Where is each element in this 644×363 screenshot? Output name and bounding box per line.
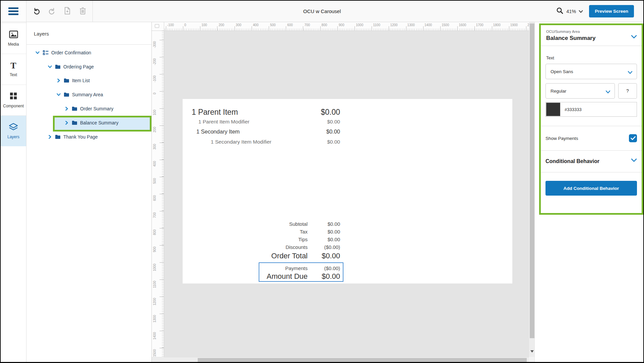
font-family-dropdown[interactable]: Open Sans xyxy=(545,64,637,79)
ruler-tick xyxy=(235,26,235,31)
ruler-tick xyxy=(159,57,164,57)
ruler-tick xyxy=(389,26,389,31)
folder-icon xyxy=(55,64,61,69)
ruler-label: 1000 xyxy=(153,264,156,271)
layer-label: Item List xyxy=(72,78,90,83)
ruler-label: 800 xyxy=(153,229,156,235)
ruler-tick xyxy=(159,194,164,194)
add-conditional-behavior-button[interactable]: Add Conditional Behavior xyxy=(545,181,637,196)
chevron-right-icon[interactable] xyxy=(48,135,52,139)
order-item-row[interactable]: 1 Parent Item Modifier$0.00 xyxy=(183,119,512,125)
ruler-tick xyxy=(286,26,286,31)
chevron-down-icon[interactable] xyxy=(48,64,52,69)
chevron-right-icon[interactable] xyxy=(64,120,69,125)
ruler-label: 1200 xyxy=(390,23,397,27)
collapse-chevron-icon[interactable] xyxy=(631,157,637,163)
hamburger-menu-button[interactable] xyxy=(1,1,26,22)
scroll-down-arrow-icon[interactable] xyxy=(530,350,534,353)
preview-screen-button[interactable]: Preview Screen xyxy=(589,5,634,17)
ruler-label: 1300 xyxy=(153,315,156,322)
item-name: 1 Parent Item xyxy=(192,108,238,116)
horizontal-scrollbar xyxy=(152,357,529,362)
ruler-tick xyxy=(159,331,164,331)
sidebar-item-layers[interactable]: Layers xyxy=(1,115,26,146)
summary-value: $0.00 xyxy=(327,229,340,235)
ruler-tick xyxy=(159,108,164,109)
order-item-row[interactable]: 1 Secondary Item$0.00 xyxy=(183,128,512,135)
ruler-tick xyxy=(269,26,269,31)
ruler-label: 1100 xyxy=(153,281,156,288)
layer-row-item-list[interactable]: Item List xyxy=(56,74,90,87)
ruler-tick xyxy=(474,26,475,31)
ruler-corner xyxy=(152,22,164,31)
sidebar-item-text[interactable]: TText xyxy=(1,54,26,85)
sidebar-item-label: Component xyxy=(3,104,24,108)
summary-label: Subtotal xyxy=(289,221,308,227)
ruler-label: 600 xyxy=(153,195,156,201)
order-item-row[interactable]: 1 Secondary Item Modifier$0.00 xyxy=(183,139,512,145)
layer-row-thank-you-page[interactable]: Thank You Page xyxy=(48,131,98,143)
layer-row-ordering-page[interactable]: Ordering Page xyxy=(48,61,94,73)
layer-row-balance-summary[interactable]: Balance Summary xyxy=(64,117,118,129)
ruler-tick xyxy=(526,26,526,31)
component-icon xyxy=(9,92,17,101)
ruler-label: 1700 xyxy=(476,23,483,27)
chevron-down-icon xyxy=(579,8,583,14)
sidebar-item-label: Media xyxy=(8,42,19,47)
conditional-behavior-header: Conditional Behavior xyxy=(541,151,642,172)
zoom-level: 41% xyxy=(566,9,576,14)
folder-icon xyxy=(72,106,77,111)
layer-label: Order Summary xyxy=(80,106,114,111)
ruler-tick xyxy=(217,26,217,31)
item-price: $0.00 xyxy=(321,108,340,117)
show-payments-checkbox[interactable] xyxy=(629,134,637,142)
ruler-corner-icon xyxy=(155,24,159,28)
chevron-down-icon[interactable] xyxy=(35,50,40,55)
summary-label: Tax xyxy=(300,229,308,235)
summary-value: $0.00 xyxy=(327,237,340,242)
sidebar-item-label: Layers xyxy=(7,135,19,139)
sidebar-item-media[interactable]: Media xyxy=(1,23,26,54)
redo-button[interactable] xyxy=(46,5,58,18)
sidebar-item-component[interactable]: Component xyxy=(1,85,26,115)
ruler-label: 1000 xyxy=(356,23,363,27)
chevron-down-icon[interactable] xyxy=(56,92,61,97)
ruler-tick xyxy=(159,91,164,92)
font-weight-value: Regular xyxy=(551,89,566,94)
undo-button[interactable] xyxy=(30,5,43,18)
ruler-tick xyxy=(509,26,509,31)
chevron-right-icon[interactable] xyxy=(56,78,61,83)
ruler-label: 0 xyxy=(184,23,186,27)
zoom-control[interactable]: 41% xyxy=(556,7,583,16)
redo-icon xyxy=(48,7,56,16)
new-page-button[interactable] xyxy=(61,5,74,18)
collapse-chevron-icon[interactable] xyxy=(631,34,637,40)
text-color-field[interactable]: #333333 xyxy=(545,102,637,117)
help-button[interactable]: ? xyxy=(618,83,637,99)
layer-label: Balance Summary xyxy=(80,120,118,125)
chevron-right-icon[interactable] xyxy=(64,106,69,111)
ruler-tick xyxy=(159,297,164,297)
chevron-down-icon xyxy=(628,70,633,75)
horizontal-scrollbar-thumb[interactable] xyxy=(198,358,527,362)
new-page-icon xyxy=(64,7,71,16)
undo-icon xyxy=(33,7,41,16)
conditional-behavior-title: Conditional Behavior xyxy=(545,158,599,164)
font-weight-dropdown[interactable]: Regular xyxy=(545,83,615,99)
breadcrumb: OCU/Summary Area xyxy=(546,30,636,34)
balance-summary-selection-box[interactable] xyxy=(259,262,343,282)
show-payments-row: Show Payments xyxy=(541,126,642,150)
item-name: 1 Secondary Item xyxy=(196,128,240,135)
ruler-label: 800 xyxy=(322,23,327,27)
delete-button[interactable] xyxy=(76,5,89,18)
order-item-row[interactable]: 1 Parent Item$0.00 xyxy=(183,108,512,117)
vertical-scrollbar-thumb[interactable] xyxy=(530,23,534,338)
layer-row-order-summary[interactable]: Order Summary xyxy=(64,103,114,115)
layer-row-order-confirmation[interactable]: Order Confirmation xyxy=(35,47,91,59)
summary-value: $0.00 xyxy=(322,252,340,260)
layer-row-summary-area[interactable]: Summary Area xyxy=(56,89,103,101)
divider xyxy=(541,172,642,172)
ruler-tick xyxy=(440,26,441,31)
ruler-label: -200 xyxy=(153,58,156,65)
ruler-tick xyxy=(159,228,164,228)
